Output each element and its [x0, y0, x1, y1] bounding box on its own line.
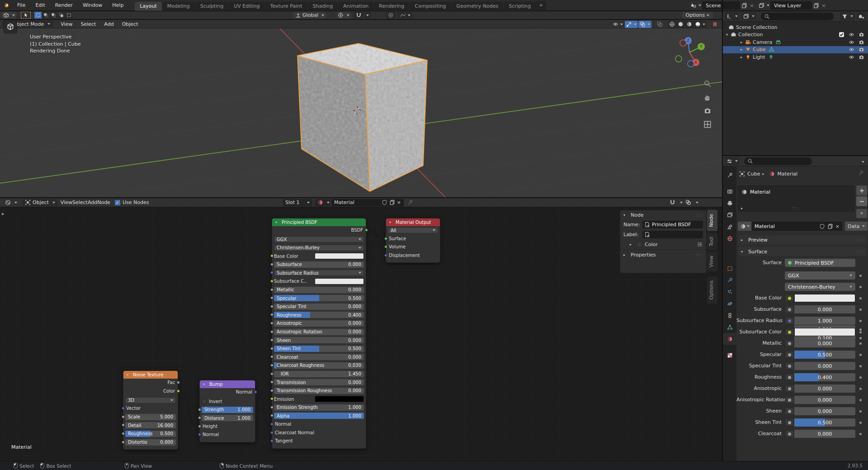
input-socket[interactable]: [122, 432, 125, 435]
node-row[interactable]: BSDF: [274, 227, 364, 233]
viewport-header-button[interactable]: [693, 21, 707, 28]
node-snap-toggle[interactable]: [670, 199, 675, 205]
node-principled-bsdf[interactable]: ▾Principled BSDF BSDF: [272, 218, 366, 449]
value-slider[interactable]: 0.500: [794, 418, 855, 427]
viewport-menu-item[interactable]: Add: [100, 21, 118, 27]
outliner-row[interactable]: ▸ Cube: [723, 46, 868, 54]
output-socket[interactable]: [254, 390, 257, 394]
properties-tab[interactable]: [723, 333, 736, 345]
menu-item[interactable]: File: [12, 1, 30, 10]
input-socket[interactable]: [384, 254, 387, 257]
input-socket[interactable]: [270, 271, 274, 274]
output-socket[interactable]: [177, 389, 180, 393]
properties-tab[interactable]: [723, 262, 736, 274]
node-row[interactable]: Scale5.000: [125, 414, 176, 420]
hide-toggle[interactable]: [849, 47, 854, 52]
node-row[interactable]: Clearcoat0.000: [274, 354, 364, 360]
input-socket[interactable]: [270, 431, 274, 434]
select-mode-tweak[interactable]: [34, 12, 42, 19]
workspace-tab[interactable]: Modeling: [162, 2, 195, 11]
material-slot[interactable]: Material: [739, 187, 853, 197]
node-row[interactable]: Emission Strength1.000: [274, 404, 364, 411]
properties-tab[interactable]: [723, 274, 736, 286]
surface-shader-button[interactable]: Principled BSDF: [785, 259, 855, 267]
select-field[interactable]: Christensen-Burley: [785, 283, 855, 291]
editor-type-button[interactable]: [2, 199, 20, 206]
select-mode-intersect[interactable]: [65, 12, 72, 19]
value-slider[interactable]: 0.000: [794, 362, 855, 370]
input-socket[interactable]: [270, 313, 274, 316]
value-slider[interactable]: 0.000: [794, 430, 855, 438]
input-socket[interactable]: [122, 423, 125, 427]
node-row[interactable]: Detail16.000: [125, 422, 176, 428]
workspace-tab[interactable]: Rendering: [374, 2, 409, 11]
node-row[interactable]: 3D: [125, 397, 176, 404]
node-row[interactable]: Transmission0.000: [274, 379, 364, 385]
slot-specials-dropdown[interactable]: [856, 209, 867, 218]
node-row[interactable]: Displacement: [388, 252, 438, 259]
input-socket[interactable]: [270, 414, 274, 417]
material-slot-list[interactable]: Material ▸ ::::: [738, 185, 854, 212]
node-row[interactable]: Subsurface Radius: [274, 270, 364, 276]
shader-menu-item[interactable]: View: [61, 199, 72, 205]
viewport-header-button[interactable]: [625, 21, 638, 28]
snap-settings-dropdown[interactable]: [364, 12, 371, 19]
outliner-display-mode-dropdown[interactable]: [725, 12, 740, 20]
input-socket[interactable]: [198, 408, 201, 411]
value-slider[interactable]: 0.000: [794, 407, 855, 415]
node-row[interactable]: Invert: [202, 398, 253, 404]
sidebar-tab[interactable]: View: [707, 252, 717, 271]
shader-editor[interactable]: Object ViewSelectAddNode ✓Use Nodes Slot…: [0, 198, 722, 461]
node-row[interactable]: Specular Tint0.000: [274, 304, 364, 310]
properties-tab[interactable]: [723, 349, 736, 361]
input-socket[interactable]: [270, 397, 274, 400]
shader-menu-item[interactable]: Add: [88, 199, 97, 205]
node-row[interactable]: Clearcoat Normal: [274, 430, 364, 436]
node-row[interactable]: Emission: [274, 396, 364, 402]
camera-view-button[interactable]: [703, 107, 712, 116]
node-row[interactable]: Christensen-Burley: [274, 245, 364, 251]
input-socket[interactable]: [270, 380, 274, 384]
pivot-point-dropdown[interactable]: [337, 12, 350, 19]
node-row[interactable]: Roughness0.400: [274, 312, 364, 318]
node-name-field[interactable]: Principled BSDF: [642, 221, 703, 228]
viewport-header-button[interactable]: [685, 21, 693, 28]
render-visibility-toggle[interactable]: [859, 47, 864, 52]
filter-dropdown[interactable]: [840, 12, 855, 20]
node-canvas[interactable]: ▸ ▾Noise Texture Fac: [0, 207, 722, 461]
workspace-tab[interactable]: Scripting: [504, 2, 536, 11]
material-browse-dropdown[interactable]: [315, 199, 330, 206]
input-socket[interactable]: [270, 330, 274, 333]
node-row[interactable]: Metallic0.000: [274, 287, 364, 293]
input-socket[interactable]: [270, 254, 274, 257]
use-nodes-checkbox[interactable]: ✓Use Nodes: [115, 199, 149, 205]
node-row[interactable]: Anisotropic Rotation0.000: [274, 329, 364, 335]
node-material-output[interactable]: ▾Material Output All: [386, 218, 440, 263]
node-row[interactable]: IOR1.450: [274, 371, 364, 377]
value-slider[interactable]: 0.000: [794, 339, 855, 347]
input-socket[interactable]: [270, 439, 274, 442]
hide-toggle[interactable]: [849, 54, 854, 60]
editor-type-button[interactable]: [2, 12, 16, 19]
pan-button[interactable]: [703, 93, 712, 102]
viewport-header-button[interactable]: [611, 21, 624, 28]
input-socket[interactable]: [122, 407, 125, 410]
material-name-field[interactable]: Material ×: [331, 199, 404, 206]
value-slider[interactable]: 0.000: [794, 385, 855, 393]
node-row[interactable]: Subsurface C..: [274, 278, 364, 285]
data-source-dropdown[interactable]: Data: [845, 222, 868, 231]
node-row[interactable]: Clearcoat Roughness0.030: [274, 362, 364, 369]
workspace-tab[interactable]: Sculpting: [195, 2, 228, 11]
new-view-layer-button[interactable]: [812, 1, 820, 9]
node-row[interactable]: Tangent: [274, 438, 364, 444]
scene-name[interactable]: Scene: [702, 1, 740, 9]
menu-item[interactable]: Help: [107, 1, 128, 10]
properties-tab[interactable]: [723, 321, 736, 333]
pin-icon[interactable]: [408, 199, 414, 205]
outliner-filter-mode-dropdown[interactable]: [741, 12, 756, 20]
properties-tab[interactable]: [723, 233, 736, 244]
properties-tab[interactable]: [723, 298, 736, 309]
node-row[interactable]: All: [388, 227, 438, 233]
node-row[interactable]: Transmission Roughness0.000: [274, 388, 364, 394]
node-row[interactable]: Anisotropic0.000: [274, 320, 364, 327]
